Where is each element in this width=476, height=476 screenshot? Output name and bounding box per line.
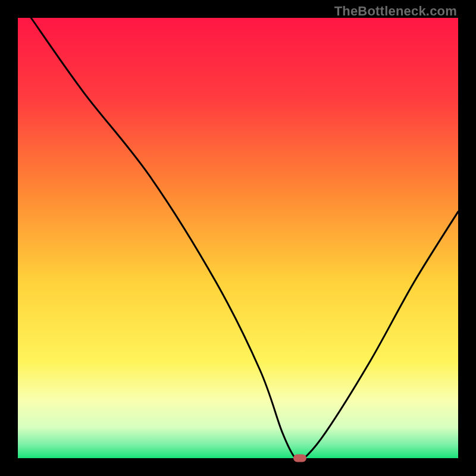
chart-frame: TheBottleneck.com xyxy=(0,0,476,476)
watermark-text: TheBottleneck.com xyxy=(334,4,457,19)
bottleneck-curve xyxy=(18,18,458,458)
optimal-point-marker xyxy=(293,455,306,462)
plot-area xyxy=(18,18,458,458)
